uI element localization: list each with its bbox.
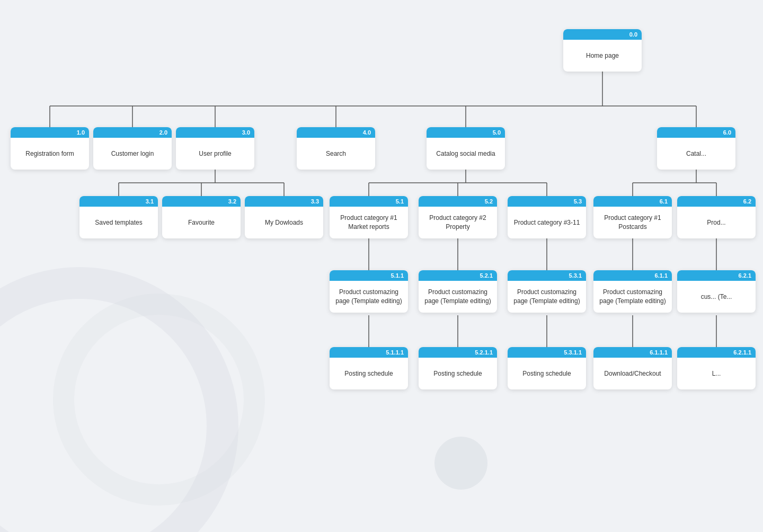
node-5-3-body: Product category #3-11	[508, 207, 586, 238]
node-1-0-header: 1.0	[11, 127, 89, 138]
node-3-1-header: 3.1	[79, 196, 158, 207]
node-6-2-1[interactable]: 6.2.1 cus... (Te...	[677, 270, 756, 313]
node-6-1-1-1[interactable]: 6.1.1.1 Download/Checkout	[593, 347, 672, 389]
node-3-0[interactable]: 3.0 User profile	[176, 127, 254, 170]
node-home-header: 0.0	[563, 29, 642, 40]
node-5-1-1-header: 5.1.1	[330, 270, 408, 281]
node-3-3-body: My Dowloads	[245, 207, 323, 238]
node-6-1-1-header: 6.1.1	[593, 270, 672, 281]
node-5-1-header: 5.1	[330, 196, 408, 207]
node-3-3[interactable]: 3.3 My Dowloads	[245, 196, 323, 238]
node-5-2-header: 5.2	[419, 196, 497, 207]
node-5-2-1-header: 5.2.1	[419, 270, 497, 281]
node-6-1-body: Product category #1 Postcards	[593, 207, 672, 238]
node-2-0[interactable]: 2.0 Customer login	[93, 127, 172, 170]
node-6-2-header: 6.2	[677, 196, 756, 207]
node-6-1[interactable]: 6.1 Product category #1 Postcards	[593, 196, 672, 238]
node-6-0-body: Catal...	[657, 138, 735, 170]
node-home-body: Home page	[563, 40, 642, 72]
node-5-1-1-body: Product customazing page (Template editi…	[330, 281, 408, 313]
node-6-1-1[interactable]: 6.1.1 Product customazing page (Template…	[593, 270, 672, 313]
node-3-0-body: User profile	[176, 138, 254, 170]
node-6-2[interactable]: 6.2 Prod...	[677, 196, 756, 238]
node-5-0[interactable]: 5.0 Catalog social media	[427, 127, 505, 170]
node-6-0[interactable]: 6.0 Catal...	[657, 127, 735, 170]
node-5-1-body: Product category #1 Market reports	[330, 207, 408, 238]
node-5-1-1-1-header: 5.1.1.1	[330, 347, 408, 358]
node-5-0-header: 5.0	[427, 127, 505, 138]
node-6-0-header: 6.0	[657, 127, 735, 138]
node-5-3-1-1-body: Posting schedule	[508, 358, 586, 389]
node-1-0[interactable]: 1.0 Registration form	[11, 127, 89, 170]
node-6-2-1-1-body: L...	[677, 358, 756, 389]
scroll-area[interactable]: 0.0 Home page 1.0 Registration form 2.0 …	[0, 0, 763, 532]
node-4-0-body: Search	[297, 138, 375, 170]
node-6-1-1-1-body: Download/Checkout	[593, 358, 672, 389]
node-5-1-1-1[interactable]: 5.1.1.1 Posting schedule	[330, 347, 408, 389]
bg-arc2	[53, 294, 265, 506]
node-5-3-1-header: 5.3.1	[508, 270, 586, 281]
node-5-3-1-1[interactable]: 5.3.1.1 Posting schedule	[508, 347, 586, 389]
node-3-1-body: Saved templates	[79, 207, 158, 238]
bg-circle	[434, 437, 487, 490]
node-6-2-body: Prod...	[677, 207, 756, 238]
node-3-1[interactable]: 3.1 Saved templates	[79, 196, 158, 238]
node-5-3-1-1-header: 5.3.1.1	[508, 347, 586, 358]
node-3-0-header: 3.0	[176, 127, 254, 138]
node-6-1-1-body: Product customazing page (Template editi…	[593, 281, 672, 313]
node-5-3[interactable]: 5.3 Product category #3-11	[508, 196, 586, 238]
node-3-2-header: 3.2	[162, 196, 241, 207]
node-2-0-body: Customer login	[93, 138, 172, 170]
node-5-0-body: Catalog social media	[427, 138, 505, 170]
canvas: 0.0 Home page 1.0 Registration form 2.0 …	[0, 0, 763, 532]
node-6-2-1-body: cus... (Te...	[677, 281, 756, 313]
node-6-2-1-1[interactable]: 6.2.1.1 L...	[677, 347, 756, 389]
node-4-0[interactable]: 4.0 Search	[297, 127, 375, 170]
node-5-2-1-body: Product customazing page (Template editi…	[419, 281, 497, 313]
node-5-3-1-body: Product customazing page (Template editi…	[508, 281, 586, 313]
node-3-2[interactable]: 3.2 Favourite	[162, 196, 241, 238]
node-5-2-body: Product category #2 Property	[419, 207, 497, 238]
node-5-2-1-1-header: 5.2.1.1	[419, 347, 497, 358]
node-4-0-header: 4.0	[297, 127, 375, 138]
node-5-2-1-1-body: Posting schedule	[419, 358, 497, 389]
node-3-3-header: 3.3	[245, 196, 323, 207]
node-5-3-1[interactable]: 5.3.1 Product customazing page (Template…	[508, 270, 586, 313]
node-1-0-body: Registration form	[11, 138, 89, 170]
node-5-1-1-1-body: Posting schedule	[330, 358, 408, 389]
node-6-2-1-1-header: 6.2.1.1	[677, 347, 756, 358]
node-2-0-header: 2.0	[93, 127, 172, 138]
node-6-1-header: 6.1	[593, 196, 672, 207]
node-5-2[interactable]: 5.2 Product category #2 Property	[419, 196, 497, 238]
node-5-1-1[interactable]: 5.1.1 Product customazing page (Template…	[330, 270, 408, 313]
node-6-1-1-1-header: 6.1.1.1	[593, 347, 672, 358]
node-home[interactable]: 0.0 Home page	[563, 29, 642, 72]
node-5-2-1-1[interactable]: 5.2.1.1 Posting schedule	[419, 347, 497, 389]
node-3-2-body: Favourite	[162, 207, 241, 238]
node-5-2-1[interactable]: 5.2.1 Product customazing page (Template…	[419, 270, 497, 313]
node-5-3-header: 5.3	[508, 196, 586, 207]
node-5-1[interactable]: 5.1 Product category #1 Market reports	[330, 196, 408, 238]
node-6-2-1-header: 6.2.1	[677, 270, 756, 281]
